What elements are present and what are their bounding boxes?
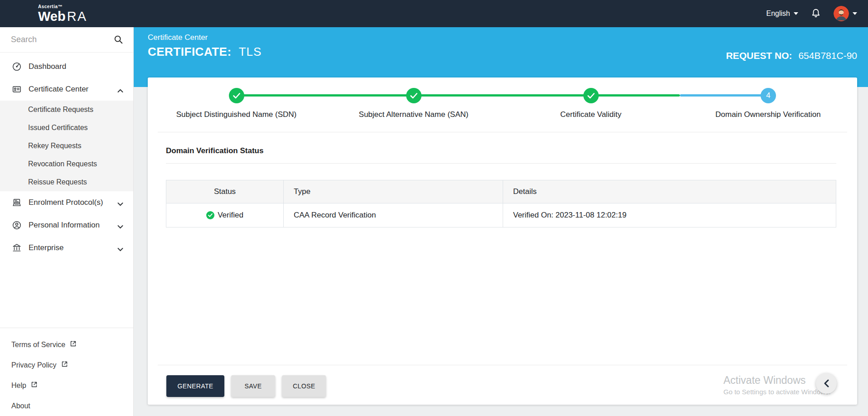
sidebar-item-enrolment-protocols[interactable]: Enrolment Protocol(s) — [0, 191, 133, 214]
action-bar: GENERATE SAVE CLOSE — [166, 375, 326, 397]
page-title-label: CERTIFICATE: — [148, 45, 232, 59]
external-link-icon — [70, 340, 77, 349]
sidebar-item-label: Enrolment Protocol(s) — [29, 198, 103, 207]
sidebar-footer: Terms of Service Privacy Policy Help Abo… — [0, 328, 133, 416]
verified-check-icon — [206, 211, 214, 219]
step-4-circle-current[interactable]: 4 — [761, 88, 776, 103]
footer-link-label: About — [11, 402, 30, 410]
step-connector — [414, 94, 591, 97]
generate-button[interactable]: GENERATE — [166, 375, 224, 397]
request-number-label: REQUEST NO: — [726, 50, 792, 61]
wizard-card: 4 Subject Distinguished Name (SDN) Subje… — [148, 77, 857, 405]
topbar-right: English — [766, 6, 857, 21]
sidebar-item-dashboard[interactable]: Dashboard — [0, 55, 133, 78]
check-icon — [587, 93, 595, 99]
step-connector — [591, 94, 680, 97]
dashboard-icon — [11, 62, 22, 72]
table-header-row: Status Type Details — [166, 180, 836, 203]
sidebar-item-rekey-requests[interactable]: Rekey Requests — [0, 137, 133, 155]
divider — [0, 328, 133, 328]
sidebar-item-issued-certificates[interactable]: Issued Certificates — [0, 119, 133, 137]
status-cell: Verified — [166, 203, 284, 227]
save-button[interactable]: SAVE — [231, 375, 275, 397]
wizard-stepper: 4 Subject Distinguished Name (SDN) Subje… — [148, 77, 857, 132]
sidebar-item-reissue-requests[interactable]: Reissue Requests — [0, 173, 133, 191]
sidebar-item-label: Certificate Center — [29, 85, 88, 94]
webra-app: Ascertia™ WebRA English — [0, 0, 868, 416]
type-cell: CAA Record Verification — [284, 203, 503, 227]
user-menu[interactable] — [834, 6, 857, 21]
status-badge: Verified — [218, 211, 243, 220]
step-2-label: Subject Alternative Name (SAN) — [325, 110, 502, 119]
step-3-circle-done[interactable] — [583, 88, 599, 103]
sub-item-label: Certificate Requests — [28, 106, 93, 114]
column-header-status: Status — [166, 180, 284, 203]
sidebar-search — [0, 27, 133, 53]
sidebar-item-label: Dashboard — [29, 62, 66, 71]
person-icon — [11, 220, 22, 230]
brand-ascertia: Ascertia™ — [38, 5, 87, 9]
divider — [166, 163, 836, 164]
sub-item-label: Revocation Requests — [28, 160, 97, 168]
help-link[interactable]: Help — [0, 375, 133, 396]
domain-verification-table: Status Type Details Verified — [166, 180, 836, 227]
search-icon[interactable] — [113, 34, 123, 46]
divider — [158, 132, 847, 132]
table-row: Verified CAA Record Verification Verifie… — [166, 203, 836, 227]
close-button[interactable]: CLOSE — [282, 375, 326, 397]
language-selector[interactable]: English — [766, 10, 798, 18]
request-number-value: 654B781C-90 — [798, 50, 857, 61]
breadcrumb: Certificate Center — [148, 33, 262, 42]
about-link[interactable]: About — [0, 396, 133, 416]
chevron-down-icon — [853, 12, 857, 15]
language-label: English — [766, 10, 790, 18]
chevron-down-icon — [117, 199, 123, 208]
chevron-down-icon — [117, 245, 123, 254]
check-icon — [233, 93, 240, 99]
sidebar-item-certificate-center[interactable]: Certificate Center — [0, 78, 133, 101]
footer-link-label: Privacy Policy — [11, 361, 57, 369]
sidebar: Dashboard Certificate Center Certif — [0, 27, 134, 416]
sidebar-item-revocation-requests[interactable]: Revocation Requests — [0, 155, 133, 173]
brand-logo[interactable]: Ascertia™ WebRA — [38, 5, 87, 23]
page-title-value: TLS — [239, 45, 262, 59]
chevron-left-icon — [824, 379, 829, 387]
sidebar-item-certificate-requests[interactable]: Certificate Requests — [0, 101, 133, 119]
main-content: Certificate Center CERTIFICATE: TLS REQU… — [134, 27, 868, 416]
check-icon — [410, 93, 417, 99]
step-number: 4 — [766, 91, 770, 100]
sidebar-nav: Dashboard Certificate Center Certif — [0, 53, 133, 259]
page-title: CERTIFICATE: TLS — [148, 45, 262, 59]
sidebar-item-label: Enterprise — [29, 243, 63, 252]
sidebar-item-enterprise[interactable]: Enterprise — [0, 237, 133, 259]
sidebar-item-personal-information[interactable]: Personal Information — [0, 214, 133, 237]
enrolment-protocol-icon — [11, 198, 22, 208]
section-title: Domain Verification Status — [166, 146, 263, 155]
collapse-panel-button[interactable] — [816, 373, 837, 394]
brand-webra: WebRA — [38, 9, 87, 24]
step-connector — [237, 94, 414, 97]
privacy-policy-link[interactable]: Privacy Policy — [0, 355, 133, 375]
sub-item-label: Reissue Requests — [28, 178, 87, 186]
sidebar-item-label: Personal Information — [29, 221, 100, 230]
step-3-label: Certificate Validity — [502, 110, 679, 119]
details-cell: Verified On: 2023-11-08 12:02:19 — [503, 203, 836, 227]
sub-item-label: Issued Certificates — [28, 124, 88, 132]
avatar — [834, 6, 849, 21]
step-connector — [680, 94, 769, 97]
terms-of-service-link[interactable]: Terms of Service — [0, 334, 133, 355]
external-link-icon — [61, 361, 68, 369]
step-2-circle-done[interactable] — [406, 88, 422, 103]
chevron-up-icon — [117, 86, 123, 95]
enterprise-bank-icon — [11, 243, 22, 253]
divider — [158, 365, 847, 365]
topbar: Ascertia™ WebRA English — [0, 0, 868, 27]
footer-link-label: Help — [11, 382, 26, 390]
certificate-center-submenu: Certificate Requests Issued Certificates… — [0, 101, 133, 191]
certificate-icon — [11, 84, 22, 94]
step-1-label: Subject Distinguished Name (SDN) — [148, 110, 325, 119]
chevron-down-icon — [794, 12, 798, 15]
step-4-label: Domain Ownership Verification — [679, 110, 857, 119]
step-1-circle-done[interactable] — [229, 88, 244, 103]
notifications-bell-icon[interactable] — [810, 8, 822, 19]
